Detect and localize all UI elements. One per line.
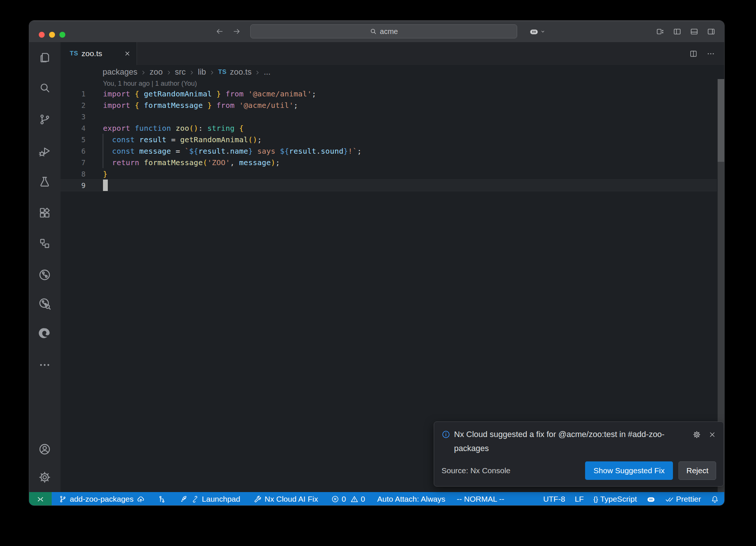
breadcrumb-more[interactable]: ... — [264, 67, 270, 77]
status-encoding[interactable]: UTF-8 — [543, 495, 565, 504]
code-token: ; — [257, 135, 262, 144]
code-token: result — [139, 135, 166, 144]
edge-browser-icon[interactable] — [38, 327, 51, 340]
code-token: const — [112, 135, 135, 144]
launchpad-label: Launchpad — [202, 495, 240, 504]
editor-more-actions-icon[interactable] — [707, 50, 715, 58]
tab-close-icon[interactable] — [124, 50, 131, 57]
notification-gear-icon[interactable] — [693, 430, 701, 439]
double-check-icon — [665, 495, 674, 504]
code-line[interactable]: 1import { getRandomAnimal } from '@acme/… — [61, 88, 717, 99]
nx-console-icon[interactable] — [38, 268, 51, 281]
code-token: getRandomAnimal — [180, 135, 248, 144]
remote-indicator[interactable] — [29, 492, 52, 506]
toggle-panel-left-icon[interactable] — [673, 27, 681, 36]
status-copilot[interactable] — [646, 495, 656, 504]
code-token: import — [103, 89, 130, 98]
code-token: export — [103, 124, 130, 133]
reject-button[interactable]: Reject — [678, 461, 716, 480]
editor-cursor — [103, 180, 108, 191]
link-icon — [191, 495, 199, 503]
code-editor[interactable]: 1import { getRandomAnimal } from '@acme/… — [61, 88, 717, 191]
remote-explorer-icon[interactable] — [39, 238, 51, 250]
code-token: result — [289, 147, 316, 156]
breadcrumb-item[interactable]: packages — [103, 67, 137, 77]
error-count: 0 — [341, 495, 346, 504]
notification-source: Source: Nx Console — [441, 466, 511, 475]
status-branch[interactable]: add-zoo-packages — [59, 495, 145, 504]
back-arrow-icon[interactable] — [215, 27, 224, 36]
status-launchpad[interactable]: Launchpad — [180, 495, 240, 504]
code-token: } — [103, 170, 107, 178]
breadcrumb-item-file[interactable]: zoo.ts — [230, 67, 252, 77]
explorer-icon[interactable] — [38, 51, 51, 64]
code-token: 'ZOO' — [207, 158, 230, 167]
layout-customize-icon[interactable] — [656, 27, 664, 36]
code-token — [103, 158, 112, 167]
copilot-icon — [529, 27, 539, 37]
copilot-menu[interactable] — [529, 21, 546, 42]
run-debug-icon[interactable] — [38, 145, 51, 158]
code-line[interactable]: 9 — [61, 180, 717, 191]
code-token — [234, 124, 239, 133]
search-icon[interactable] — [38, 82, 51, 94]
code-token: ` — [185, 147, 189, 156]
code-line[interactable]: 2import { formatMessage } from '@acme/ut… — [61, 99, 717, 111]
code-line[interactable]: 5 const result = getRandomAnimal(); — [61, 134, 717, 145]
status-language[interactable]: {} TypeScript — [593, 495, 637, 504]
nx-fix-label: Nx Cloud AI Fix — [265, 495, 318, 504]
breadcrumb: packageszoosrclibTSzoo.ts... — [103, 65, 271, 79]
code-token: : — [198, 124, 207, 133]
pipeline-icon — [158, 495, 166, 504]
line-number: 9 — [61, 181, 89, 190]
code-line[interactable]: 4export function zoo(): string { — [61, 122, 717, 134]
forward-arrow-icon[interactable] — [232, 27, 241, 36]
show-suggested-fix-button[interactable]: Show Suggested Fix — [585, 461, 673, 480]
breadcrumb-item[interactable]: zoo — [150, 67, 162, 77]
toggle-panel-right-icon[interactable] — [707, 27, 715, 36]
code-token — [221, 89, 226, 98]
search-value: acme — [380, 27, 398, 36]
traffic-light-zoom[interactable] — [59, 32, 65, 38]
code-token: ${ — [189, 147, 199, 156]
code-line-text — [103, 180, 108, 191]
status-nx-cloud-fix[interactable]: Nx Cloud AI Fix — [254, 495, 318, 504]
extensions-icon[interactable] — [38, 207, 51, 219]
status-formatter[interactable]: Prettier — [665, 495, 701, 504]
toggle-panel-bottom-icon[interactable] — [690, 27, 698, 36]
code-line[interactable]: 7 return formatMessage('ZOO', message); — [61, 157, 717, 168]
breadcrumb-item[interactable]: src — [175, 67, 186, 77]
status-eol[interactable]: LF — [575, 495, 584, 504]
status-problems[interactable]: 0 0 — [331, 495, 365, 504]
breadcrumb-chevron-icon — [141, 70, 146, 75]
command-center-search[interactable]: acme — [250, 24, 517, 38]
vim-mode-label: -- NORMAL -- — [457, 495, 504, 504]
notification-close-icon[interactable] — [708, 431, 716, 438]
account-icon[interactable] — [38, 443, 51, 456]
language-label: TypeScript — [600, 495, 637, 504]
code-token: from — [226, 89, 244, 98]
status-vim-mode[interactable]: -- NORMAL -- — [457, 495, 504, 504]
scrollbar-thumb[interactable] — [718, 79, 725, 162]
status-notifications[interactable] — [711, 495, 719, 504]
code-line-text: import { getRandomAnimal } from '@acme/a… — [103, 89, 316, 98]
traffic-light-close[interactable] — [39, 32, 45, 38]
code-token — [130, 124, 135, 133]
testing-icon[interactable] — [38, 175, 51, 188]
code-line[interactable]: 6 const message = `${result.name} says $… — [61, 145, 717, 157]
split-editor-icon[interactable] — [689, 50, 698, 58]
settings-gear-icon[interactable] — [38, 471, 51, 484]
breadcrumb-item[interactable]: lib — [198, 67, 206, 77]
code-line[interactable]: 3 — [61, 111, 717, 122]
status-auto-attach[interactable]: Auto Attach: Always — [377, 495, 445, 504]
nx-graph-icon[interactable] — [38, 297, 51, 310]
tab-zoo-ts[interactable]: TS zoo.ts — [61, 42, 137, 65]
line-number: 2 — [61, 101, 89, 109]
more-actions-icon[interactable] — [38, 359, 51, 371]
source-control-icon[interactable] — [38, 113, 51, 126]
line-number: 8 — [61, 170, 89, 178]
notification-toast: Nx Cloud suggested a fix for @acme/zoo:t… — [434, 422, 724, 487]
traffic-light-minimize[interactable] — [49, 32, 55, 38]
code-line[interactable]: 8} — [61, 168, 717, 180]
status-pipeline[interactable] — [158, 495, 166, 504]
